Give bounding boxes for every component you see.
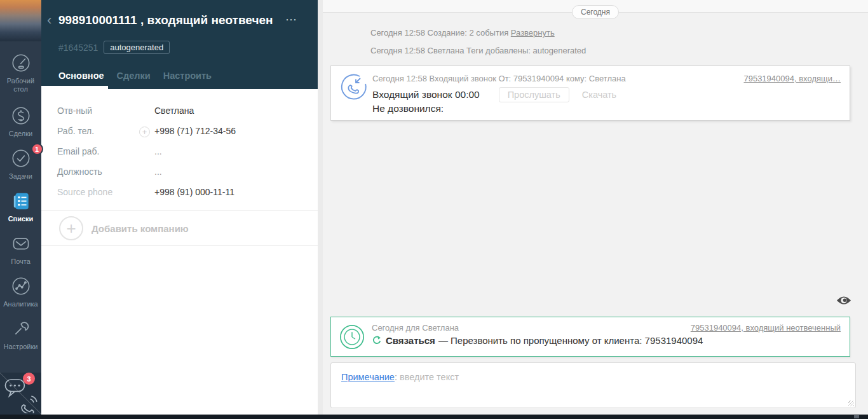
field-value[interactable]: +998 (91) 000-11-11 (154, 187, 234, 197)
active-tab-underline (41, 86, 108, 89)
analytics-icon (8, 273, 34, 299)
dashboard-icon (8, 50, 34, 76)
field-row-source-phone: Source phone +998 (91) 000-11-11 (57, 182, 318, 202)
incoming-call-icon (340, 72, 368, 100)
field-row-responsible: Отв-ный Светлана (57, 100, 318, 121)
contact-id: #1645251 (58, 43, 98, 53)
account-logo[interactable] (0, 0, 41, 41)
lists-icon (8, 188, 34, 214)
chat-badge: 3 (23, 373, 35, 385)
support-phone-button[interactable] (18, 392, 39, 413)
call-line: Входящий звонок 00:00 Прослушать Скачать (372, 87, 616, 102)
contact-tag[interactable]: autogenerated (104, 41, 170, 54)
contact-tabs: Основное Сделки Настроить (58, 71, 212, 81)
settings-icon (8, 316, 34, 341)
field-value[interactable]: Светлана (154, 106, 194, 116)
mail-icon (8, 231, 34, 256)
field-value[interactable]: ... (154, 146, 162, 156)
contact-header: ‹ 998910001111 , входящий неотвечен ⋯ #1… (41, 0, 318, 89)
add-phone-icon[interactable]: + (139, 127, 150, 137)
call-card: Сегодня 12:58 Входящий звонок От: 795319… (330, 65, 850, 121)
tasks-icon: 1 (8, 146, 34, 171)
field-row-position: Должность ... (57, 161, 318, 182)
sidebar-item-desktop[interactable]: Рабочий стол (0, 50, 41, 103)
add-company-label: Добавить компанию (92, 223, 189, 234)
contact-menu-button[interactable]: ⋯ (285, 13, 297, 27)
feed-events: Сегодня 12:58 Создание: 2 события Развер… (370, 28, 586, 64)
task-card: Сегодня для Светлана 79531940094, входящ… (330, 317, 850, 357)
task-line: Связаться — Перезвонить по пропущенному … (372, 335, 703, 346)
eye-icon (836, 295, 851, 306)
sidebar-item-mail[interactable]: Почта (0, 231, 41, 273)
listen-button[interactable]: Прослушать (499, 87, 569, 102)
call-result: Не дозвонился: (372, 103, 444, 114)
field-value[interactable]: + +998 (71) 712-34-56 (154, 126, 236, 136)
bottom-scrollbar[interactable] (0, 415, 868, 419)
field-row-email: Email раб. ... (57, 141, 318, 161)
support-corner: 3 (0, 373, 41, 415)
sidebar-item-deals[interactable]: Сделки (0, 103, 41, 146)
date-pill: Сегодня (572, 5, 619, 19)
back-button[interactable]: ‹ (47, 13, 51, 27)
app: Рабочий стол Сделки 1 Зад (0, 0, 868, 419)
expand-link[interactable]: Развернуть (511, 28, 555, 38)
contact-panel: ‹ 998910001111 , входящий неотвечен ⋯ #1… (41, 0, 318, 415)
call-duration: Входящий звонок 00:00 (372, 89, 480, 100)
note-type-selector[interactable]: Примечание (341, 372, 395, 382)
sidebar-item-analytics[interactable]: Аналитика (0, 273, 41, 316)
sidebar: Рабочий стол Сделки 1 Зад (0, 0, 41, 415)
tab-setup[interactable]: Настроить (163, 71, 212, 81)
note-placeholder: введите текст (400, 372, 459, 382)
download-button[interactable]: Скачать (582, 90, 616, 100)
panel-scrollbar-track[interactable] (318, 0, 323, 415)
sidebar-item-settings[interactable]: Настройки (0, 316, 41, 359)
tasks-badge: 1 (31, 143, 43, 155)
resize-grip[interactable] (848, 401, 854, 406)
field-value[interactable]: ... (154, 167, 162, 177)
contact-title: 998910001111 , входящий неотвечен (58, 13, 273, 27)
scrollbar-handle[interactable] (854, 415, 859, 418)
phone-icon (18, 392, 39, 413)
deals-icon (8, 103, 34, 128)
sidebar-item-lists[interactable]: Списки (0, 188, 41, 231)
task-clock-icon (339, 324, 365, 350)
task-type[interactable]: Связаться (386, 335, 435, 346)
task-meta: Сегодня для Светлана (372, 323, 459, 333)
visibility-eye-button[interactable] (836, 295, 851, 306)
contact-fields: Отв-ный Светлана Раб. тел. + +998 (71) 7… (41, 89, 318, 202)
plus-circle-icon: + (59, 216, 83, 240)
tab-deals[interactable]: Сделки (117, 71, 151, 81)
task-link[interactable]: 79531940094, входящий неотвеченный (691, 323, 841, 333)
feed: Сегодня Сегодня 12:58 Создание: 2 событи… (323, 0, 868, 415)
add-company-button[interactable]: + Добавить компанию (41, 210, 318, 246)
sidebar-item-label: Рабочий стол (4, 77, 38, 93)
call-link[interactable]: 79531940094, входящи… (743, 74, 841, 83)
sidebar-item-tasks[interactable]: 1 Задачи (0, 146, 41, 188)
note-input[interactable]: Примечание: введите текст (330, 362, 856, 408)
tab-main[interactable]: Основное (58, 71, 104, 81)
task-type-refresh-icon (372, 336, 381, 345)
call-meta: Сегодня 12:58 Входящий звонок От: 795319… (372, 74, 626, 83)
event-creation: Сегодня 12:58 Создание: 2 события Развер… (370, 28, 586, 38)
sidebar-nav: Рабочий стол Сделки 1 Зад (0, 41, 41, 359)
contact-id-row: #1645251 autogenerated (58, 41, 170, 54)
task-text: — Перезвонить по пропущенному от клиента… (438, 335, 703, 346)
field-row-work-phone: Раб. тел. + +998 (71) 712-34-56 (57, 121, 318, 141)
event-tags-added: Сегодня 12:58 Светлана Теги добавлены: a… (370, 46, 586, 55)
